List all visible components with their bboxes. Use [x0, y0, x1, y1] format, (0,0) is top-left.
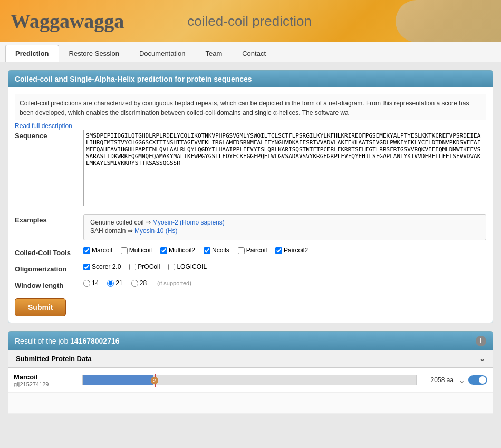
tool-logicoil-label: LOGICOIL	[177, 263, 207, 270]
example-2: SAH domain ⇒ Myosin-10 (Hs)	[90, 227, 479, 235]
header-decoration	[396, 0, 501, 42]
tool-scorer20-item[interactable]: Scorer 2.0	[83, 263, 121, 270]
result-label: Result	[15, 337, 36, 345]
tool-paircoil2-checkbox[interactable]	[275, 247, 282, 254]
marcoil-bar-dot: 2	[151, 377, 158, 384]
read-more-link[interactable]: Read full description	[15, 122, 486, 130]
window-14-item[interactable]: 14	[83, 279, 99, 287]
examples-row: Examples Genuine coiled coil ⇒ Myosin-2 …	[15, 214, 486, 240]
prediction-panel-header: Coiled-coil and Single-Alpha-Helix predi…	[8, 71, 493, 87]
window-label: Window length	[15, 279, 83, 289]
tool-paircoil2-item[interactable]: Paircoil2	[275, 247, 308, 254]
result-header: Result of the job 141678002716 i	[8, 332, 493, 350]
example-1-link[interactable]: Myosin-2 (Homo sapiens)	[152, 219, 225, 226]
tool-logicoil-item[interactable]: LOGICOIL	[168, 263, 207, 270]
nav-item-restore[interactable]: Restore Session	[59, 45, 129, 62]
nav-item-documentation[interactable]: Documentation	[129, 45, 195, 62]
tool-marcoil-checkbox[interactable]	[83, 247, 90, 254]
window-14-label: 14	[92, 279, 99, 287]
marcoil-bar-bg: 2	[82, 375, 417, 385]
second-result-row	[8, 393, 493, 414]
tool-marcoil-item[interactable]: Marcoil	[83, 247, 112, 254]
main-content: Coiled-coil and Single-Alpha-Helix predi…	[0, 62, 501, 430]
marcoil-aa-count: 2058 aa	[422, 376, 454, 384]
prediction-header-text: Coiled-coil and Single-Alpha-Helix predi…	[15, 75, 252, 83]
window-14-radio[interactable]	[83, 280, 90, 287]
tool-multicoil2-checkbox[interactable]	[160, 247, 167, 254]
window-28-item[interactable]: 28	[131, 279, 147, 287]
tool-scorer20-checkbox[interactable]	[83, 264, 90, 270]
result-of-label: of the job	[38, 337, 71, 345]
tool-scorer20-label: Scorer 2.0	[92, 263, 121, 270]
tool-procoil-item[interactable]: PrOCoil	[129, 263, 160, 270]
prediction-panel-body: Coiled-coil predictions are characterize…	[8, 87, 493, 323]
result-job-id: 141678002716	[70, 337, 119, 345]
result-panel: Result of the job 141678002716 i Submitt…	[8, 331, 493, 414]
submit-button[interactable]: Submit	[15, 298, 66, 316]
sequence-input[interactable]	[83, 130, 486, 206]
window-note: (if supported)	[157, 280, 191, 286]
examples-content: Genuine coiled coil ⇒ Myosin-2 (Homo sap…	[83, 214, 486, 240]
coiled-coil-tools: Marcoil Multicoil Multicoil2 Ncoils	[83, 247, 486, 254]
example-2-link[interactable]: Myosin-10 (Hs)	[134, 227, 177, 235]
app-title: Waggawagga	[11, 9, 124, 33]
description-text: Coiled-coil predictions are characterize…	[15, 94, 486, 120]
info-icon[interactable]: i	[476, 336, 486, 346]
submitted-data-header[interactable]: Submitted Protein Data ⌄	[8, 350, 493, 367]
oligomerization-label: Oligomerization	[15, 263, 83, 273]
nav-bar: Prediction Restore Session Documentation…	[0, 42, 501, 62]
window-row: Window length 14 21 28 (if supported)	[15, 279, 486, 289]
window-21-item[interactable]: 21	[107, 279, 122, 287]
tool-paircoil-checkbox[interactable]	[238, 247, 245, 254]
submitted-data-label: Submitted Protein Data	[16, 355, 92, 363]
result-header-text: Result of the job 141678002716	[15, 337, 120, 345]
marcoil-tool-info: Marcoil gi|215274129	[14, 373, 77, 387]
tool-paircoil2-label: Paircoil2	[284, 247, 308, 254]
marcoil-toggle-switch[interactable]	[468, 375, 487, 385]
sequence-label: Sequence	[15, 130, 83, 140]
nav-item-team[interactable]: Team	[195, 45, 232, 62]
nav-item-prediction[interactable]: Prediction	[5, 45, 59, 62]
tool-multicoil2-item[interactable]: Multicoil2	[160, 247, 195, 254]
coiled-coil-row: Coiled-Coil Tools Marcoil Multicoil Mult…	[15, 247, 486, 257]
tool-paircoil-item[interactable]: Paircoil	[238, 247, 267, 254]
tool-ncoils-checkbox[interactable]	[204, 247, 210, 254]
tool-multicoil-item[interactable]: Multicoil	[121, 247, 152, 254]
app-header: Waggawagga coiled-coil prediction	[0, 0, 501, 42]
examples-label: Examples	[15, 214, 83, 224]
chevron-down-icon: ⌄	[479, 355, 485, 363]
oligomerization-row: Oligomerization Scorer 2.0 PrOCoil LOGIC…	[15, 263, 486, 273]
window-21-radio[interactable]	[107, 280, 114, 287]
example-2-prefix: SAH domain ⇒	[90, 227, 134, 235]
tool-logicoil-checkbox[interactable]	[168, 264, 175, 270]
tool-multicoil-checkbox[interactable]	[121, 247, 128, 254]
tool-paircoil-label: Paircoil	[246, 247, 267, 254]
window-28-label: 28	[140, 279, 147, 287]
app-subtitle: coiled-coil prediction	[187, 13, 312, 30]
coiled-coil-label: Coiled-Coil Tools	[15, 247, 83, 257]
tool-ncoils-item[interactable]: Ncoils	[204, 247, 229, 254]
tool-ncoils-label: Ncoils	[212, 247, 229, 254]
toggle-collapse-icon[interactable]: ⌄	[459, 376, 465, 384]
marcoil-id: gi|215274129	[14, 381, 77, 387]
description-content: Coiled-coil predictions are characterize…	[20, 100, 469, 116]
marcoil-name: Marcoil	[14, 373, 77, 381]
examples-box: Genuine coiled coil ⇒ Myosin-2 (Homo sap…	[83, 214, 486, 240]
tool-procoil-checkbox[interactable]	[129, 264, 136, 270]
marcoil-bar-fill	[83, 375, 153, 385]
tool-multicoil2-label: Multicoil2	[169, 247, 195, 254]
window-options: 14 21 28 (if supported)	[83, 279, 486, 287]
sequence-content	[83, 130, 486, 208]
tool-marcoil-label: Marcoil	[92, 247, 112, 254]
window-28-radio[interactable]	[131, 280, 138, 287]
window-21-label: 21	[115, 279, 122, 287]
prediction-panel: Coiled-coil and Single-Alpha-Helix predi…	[8, 70, 493, 323]
oligomerization-tools: Scorer 2.0 PrOCoil LOGICOIL	[83, 263, 486, 270]
example-1-prefix: Genuine coiled coil ⇒	[90, 219, 152, 226]
nav-item-contact[interactable]: Contact	[232, 45, 276, 62]
tool-multicoil-label: Multicoil	[129, 247, 152, 254]
marcoil-bar-container: 2	[82, 372, 417, 388]
marcoil-toggle-area: ⌄	[459, 375, 487, 385]
example-1: Genuine coiled coil ⇒ Myosin-2 (Homo sap…	[90, 219, 479, 226]
tool-procoil-label: PrOCoil	[138, 263, 160, 270]
